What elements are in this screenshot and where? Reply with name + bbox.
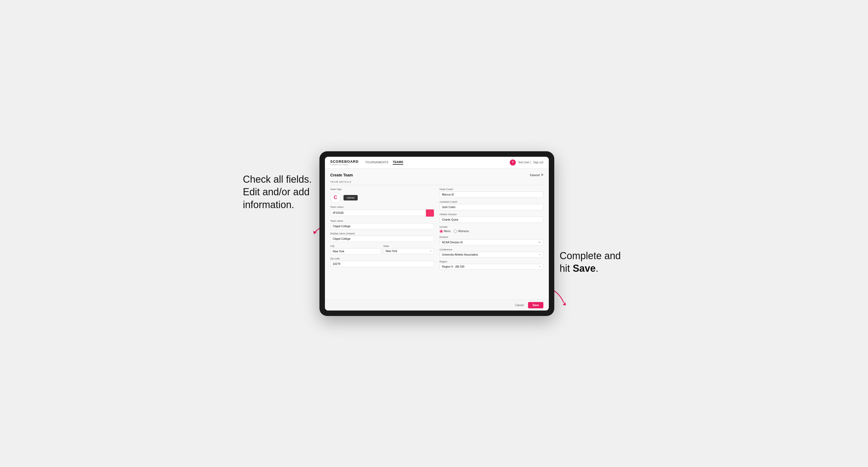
team-name-input[interactable] bbox=[330, 223, 434, 229]
svg-marker-1 bbox=[563, 302, 566, 305]
region-value: Region II - (M) DIII bbox=[442, 265, 464, 268]
sign-out-link[interactable]: Sign out bbox=[533, 161, 544, 164]
annotation-right: Complete and hit Save. bbox=[560, 250, 625, 275]
cancel-top-button[interactable]: Cancel ✕ bbox=[530, 173, 543, 177]
logo-area: SCOREBOARD Powered by clippd bbox=[330, 159, 359, 165]
display-name-input[interactable] bbox=[330, 236, 434, 242]
assistant-coach-group: Assistant Coach bbox=[440, 200, 544, 210]
annotation-left: Check all fields. Edit and/or add inform… bbox=[243, 173, 314, 211]
form-left: Team logo C Upload Team colour bbox=[330, 188, 434, 270]
state-label: State bbox=[383, 245, 434, 247]
team-logo-group: Team logo C Upload bbox=[330, 188, 434, 203]
app-logo-sub: Powered by clippd bbox=[330, 164, 359, 165]
conference-value: University Athletic Association bbox=[442, 253, 478, 256]
nav-tournaments[interactable]: TOURNAMENTS bbox=[365, 161, 388, 164]
form-right: Head Coach Assistant Coach Athletic Dire… bbox=[440, 188, 544, 270]
navbar-left: SCOREBOARD Powered by clippd TOURNAMENTS… bbox=[330, 159, 403, 165]
user-label: Test User | bbox=[518, 161, 531, 164]
conference-clear-icon[interactable]: × bbox=[539, 253, 540, 256]
region-clear-icon[interactable]: × bbox=[539, 265, 540, 268]
city-state-row: City State New York × bbox=[330, 245, 434, 254]
state-tag-input[interactable]: New York × bbox=[383, 248, 434, 254]
team-name-group: Team name bbox=[330, 220, 434, 229]
conference-tag-input[interactable]: University Athletic Association × bbox=[440, 252, 544, 257]
logo-preview-row: C Upload bbox=[330, 192, 434, 203]
gender-womens-text: Womens bbox=[458, 230, 469, 233]
head-coach-group: Head Coach bbox=[440, 188, 544, 198]
page-title: Create Team bbox=[330, 173, 353, 177]
annotation-right-bold: Save bbox=[573, 263, 596, 274]
zip-label: Zip code bbox=[330, 257, 434, 260]
colour-swatch[interactable] bbox=[426, 209, 434, 217]
logo-letter: C bbox=[334, 195, 337, 200]
conference-label: Conference bbox=[440, 248, 544, 251]
head-coach-label: Head Coach bbox=[440, 188, 544, 191]
gender-womens-label[interactable]: Womens bbox=[454, 230, 469, 233]
team-name-label: Team name bbox=[330, 220, 434, 222]
form-grid: Team logo C Upload Team colour bbox=[330, 188, 544, 270]
navbar: SCOREBOARD Powered by clippd TOURNAMENTS… bbox=[325, 157, 549, 168]
state-group: State New York × bbox=[383, 245, 434, 254]
logo-circle: C bbox=[330, 192, 341, 203]
division-group: Division NCAA Division III bbox=[440, 236, 544, 246]
cancel-top-label: Cancel bbox=[530, 174, 539, 177]
annotation-right-end: . bbox=[596, 263, 598, 274]
gender-mens-radio[interactable] bbox=[440, 230, 443, 233]
colour-input[interactable] bbox=[330, 210, 426, 216]
team-colour-label: Team colour bbox=[330, 206, 434, 208]
form-footer: Cancel Save bbox=[325, 300, 549, 311]
athletic-director-group: Athletic Director bbox=[440, 213, 544, 223]
annotation-right-line2: hit bbox=[560, 263, 573, 274]
display-name-group: Display name (unique) bbox=[330, 232, 434, 242]
nav-teams[interactable]: TEAMS bbox=[393, 160, 403, 165]
assistant-coach-input[interactable] bbox=[440, 204, 544, 210]
team-logo-label: Team logo bbox=[330, 188, 434, 191]
save-button[interactable]: Save bbox=[528, 302, 543, 308]
section-header: TEAM DETAILS bbox=[330, 181, 544, 185]
region-group: Region Region II - (M) DIII × bbox=[440, 260, 544, 270]
page-wrapper: Check all fields. Edit and/or add inform… bbox=[243, 151, 625, 316]
conference-group: Conference University Athletic Associati… bbox=[440, 248, 544, 257]
gender-group: Gender Mens Womens bbox=[440, 225, 544, 233]
city-label: City bbox=[330, 245, 381, 247]
zip-group: Zip code bbox=[330, 257, 434, 267]
close-icon: ✕ bbox=[541, 173, 544, 177]
page-title-bar: Create Team Cancel ✕ bbox=[330, 173, 544, 177]
state-clear-icon[interactable]: × bbox=[430, 249, 431, 253]
division-select[interactable]: NCAA Division III bbox=[440, 239, 544, 246]
gender-womens-radio[interactable] bbox=[454, 230, 457, 233]
annotation-line1: Check all fields. bbox=[243, 174, 312, 185]
athletic-director-label: Athletic Director bbox=[440, 213, 544, 216]
cancel-button[interactable]: Cancel bbox=[513, 303, 526, 308]
city-group: City bbox=[330, 245, 381, 254]
gender-mens-text: Mens bbox=[444, 230, 451, 233]
annotation-line2: Edit and/or add bbox=[243, 186, 310, 197]
region-label: Region bbox=[440, 260, 544, 263]
app-logo: SCOREBOARD bbox=[330, 159, 359, 164]
nav-links: TOURNAMENTS TEAMS bbox=[365, 160, 403, 165]
head-coach-input[interactable] bbox=[440, 191, 544, 198]
city-input[interactable] bbox=[330, 248, 381, 254]
avatar: T bbox=[510, 159, 516, 165]
athletic-director-input[interactable] bbox=[440, 217, 544, 223]
display-name-label: Display name (unique) bbox=[330, 232, 434, 235]
tablet-inner: SCOREBOARD Powered by clippd TOURNAMENTS… bbox=[325, 157, 549, 311]
division-label: Division bbox=[440, 236, 544, 239]
state-value: New York bbox=[386, 250, 397, 253]
city-state-group: City State New York × bbox=[330, 245, 434, 254]
zip-input[interactable] bbox=[330, 261, 434, 267]
region-tag-input[interactable]: Region II - (M) DIII × bbox=[440, 264, 544, 270]
navbar-right: T Test User | Sign out bbox=[510, 159, 543, 165]
annotation-line3: information. bbox=[243, 199, 294, 210]
tablet-frame: SCOREBOARD Powered by clippd TOURNAMENTS… bbox=[319, 151, 554, 316]
annotation-right-line1: Complete and bbox=[560, 250, 621, 261]
gender-label: Gender bbox=[440, 225, 544, 228]
assistant-coach-label: Assistant Coach bbox=[440, 200, 544, 203]
gender-row: Mens Womens bbox=[440, 230, 544, 233]
upload-button[interactable]: Upload bbox=[343, 195, 358, 200]
gender-mens-label[interactable]: Mens bbox=[440, 230, 451, 233]
colour-row bbox=[330, 209, 434, 217]
team-colour-group: Team colour bbox=[330, 206, 434, 217]
page-content: Create Team Cancel ✕ TEAM DETAILS Team l… bbox=[325, 168, 549, 300]
